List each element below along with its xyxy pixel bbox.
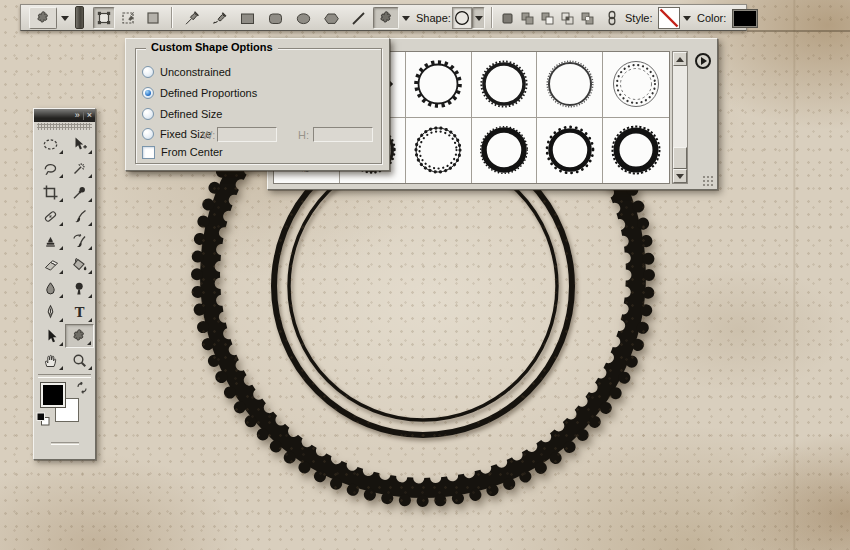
polygon-icon: [323, 10, 340, 27]
close-icon[interactable]: ×: [87, 111, 92, 120]
tool-clone-stamp[interactable]: [36, 228, 65, 252]
new-shape-layer-button[interactable]: [497, 8, 517, 28]
subtract-from-shape-area-button[interactable]: [537, 8, 557, 28]
freeform-pen-tool-button[interactable]: [207, 7, 231, 29]
shape-thumb-ring-serrated-fine[interactable]: [537, 52, 603, 118]
toolbox-titlebar[interactable]: » ×: [34, 109, 95, 122]
shape-thumb-ring-zigzag-bold[interactable]: [603, 118, 669, 184]
tool-eyedropper[interactable]: [65, 180, 94, 204]
radio-defined-proportions[interactable]: [142, 87, 154, 99]
separator: [491, 7, 493, 28]
toolbox-grip[interactable]: [37, 123, 92, 130]
tool-healing-brush[interactable]: [36, 204, 65, 228]
tool-blur[interactable]: [36, 276, 65, 300]
tool-custom-shape[interactable]: [65, 324, 94, 348]
rounded-rectangle-tool-button[interactable]: [263, 7, 287, 29]
line-tool-button[interactable]: [347, 7, 369, 29]
tool-zoom[interactable]: [65, 348, 94, 372]
fill-pixels-mode-button[interactable]: [142, 7, 164, 29]
tool-preset-caret-button[interactable]: [59, 11, 71, 25]
link-style-toggle[interactable]: [605, 10, 619, 26]
options-bar-grip[interactable]: [75, 6, 84, 29]
shape-layers-mode-button[interactable]: [93, 7, 115, 29]
tool-move[interactable]: [65, 132, 94, 156]
custom-shape-icon: [35, 10, 52, 27]
radio-label-unconstrained: Unconstrained: [160, 66, 231, 78]
panel-title: Custom Shape Options: [146, 41, 278, 53]
shape-picker-caret-button[interactable]: [472, 7, 485, 29]
width-input[interactable]: [217, 127, 277, 142]
style-label: Style:: [625, 12, 653, 24]
shape-thumb-ring-serrated-bold[interactable]: [472, 52, 538, 118]
add-to-shape-area-button[interactable]: [517, 8, 537, 28]
radio-unconstrained[interactable]: [142, 66, 154, 78]
scroll-down-button[interactable]: [673, 169, 687, 183]
tool-hand[interactable]: [36, 348, 65, 372]
resize-grip[interactable]: [702, 175, 713, 186]
scrollbar-thumb[interactable]: [673, 147, 687, 169]
ellipse-tool-button[interactable]: [291, 7, 315, 29]
tool-dodge[interactable]: [65, 276, 94, 300]
tool-crop[interactable]: [36, 180, 65, 204]
default-colors-icon[interactable]: [36, 412, 50, 426]
shape-label: Shape:: [416, 12, 451, 24]
shape-thumb-ring-dotted-edge[interactable]: [537, 118, 603, 184]
fill-pixels-icon: [145, 10, 161, 26]
color-swatch[interactable]: [732, 9, 758, 28]
svg-text:T: T: [74, 305, 84, 320]
from-center-checkbox[interactable]: [142, 146, 155, 159]
new-shape-layer-icon: [500, 11, 515, 26]
exclude-overlapping-shape-areas-button[interactable]: [577, 8, 597, 28]
tool-lasso[interactable]: [36, 156, 65, 180]
pen-tool-button[interactable]: [179, 7, 203, 29]
toolbox-divider: [38, 374, 91, 378]
shape-thumb-circle-stars-dotted[interactable]: [603, 52, 669, 118]
custom-shape-tool-button[interactable]: [373, 7, 399, 29]
style-caret-button[interactable]: [681, 11, 693, 25]
collapse-arrows-icon[interactable]: »: [75, 111, 80, 120]
line-icon: [350, 10, 367, 27]
panel-menu-arrow-icon: [701, 57, 707, 65]
tool-options-bar: Shape:: [20, 4, 747, 31]
shape-thumb-beaded-ring[interactable]: [406, 118, 472, 184]
shape-preview-well[interactable]: [452, 7, 472, 29]
shape-layers-icon: [96, 10, 112, 26]
radio-defined-size[interactable]: [142, 108, 154, 120]
pen-icon: [183, 10, 200, 27]
radio-fixed-size[interactable]: [142, 128, 154, 140]
width-label: W:: [202, 129, 215, 141]
chevron-down-icon: [683, 16, 691, 21]
color-swatches: [34, 380, 95, 434]
picker-menu-button[interactable]: [695, 53, 711, 69]
tool-history-brush[interactable]: [65, 228, 94, 252]
tool-pen[interactable]: [36, 300, 65, 324]
chevron-down-icon: [475, 16, 483, 21]
tool-magic-wand[interactable]: [65, 156, 94, 180]
tool-type[interactable]: T: [65, 300, 94, 324]
tool-paint-bucket[interactable]: [65, 252, 94, 276]
toolbox-palette: » ×: [33, 108, 96, 460]
foreground-color-swatch[interactable]: [40, 382, 66, 408]
scroll-up-button[interactable]: [673, 52, 687, 66]
style-swatch-none[interactable]: [658, 7, 680, 29]
add-shape-icon: [520, 11, 535, 26]
custom-shape-options-panel: Custom Shape Options Unconstrained Defin…: [125, 38, 390, 171]
shape-thumb-ring-bold[interactable]: [472, 118, 538, 184]
separator: [171, 7, 173, 28]
paths-mode-button[interactable]: [117, 7, 139, 29]
swap-colors-icon[interactable]: [75, 381, 89, 395]
chevron-down-icon: [402, 16, 410, 21]
tool-path-selection[interactable]: [36, 324, 65, 348]
shape-grid-scrollbar[interactable]: [672, 51, 688, 184]
polygon-tool-button[interactable]: [319, 7, 343, 29]
shape-thumb-seal-triangle-teeth[interactable]: [406, 52, 472, 118]
tool-brush[interactable]: [65, 204, 94, 228]
tool-eraser[interactable]: [36, 252, 65, 276]
tool-elliptical-marquee[interactable]: [36, 132, 65, 156]
rectangle-tool-button[interactable]: [235, 7, 259, 29]
custom-shape-icon: [378, 10, 395, 27]
intersect-shape-areas-button[interactable]: [557, 8, 577, 28]
tool-preset-button[interactable]: [29, 7, 57, 29]
height-input[interactable]: [313, 127, 373, 142]
shape-tool-caret-button[interactable]: [400, 11, 412, 25]
